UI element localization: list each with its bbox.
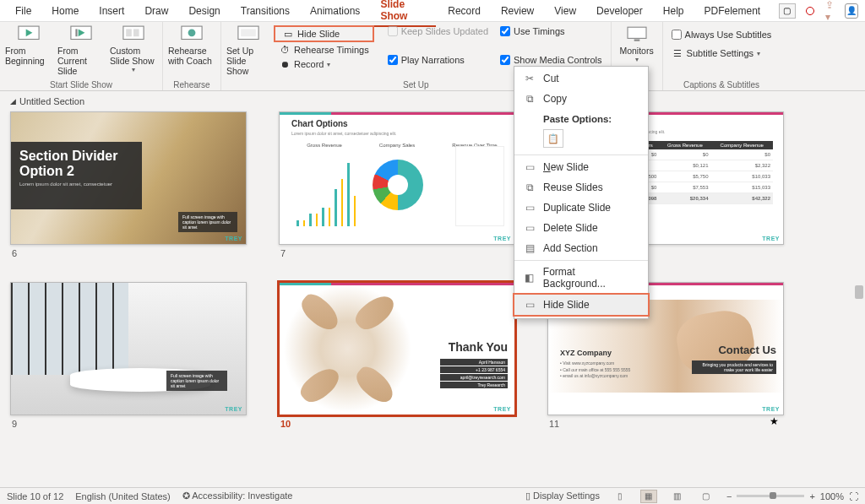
slide9-caption: Full screen image with caption lorem ips… — [166, 371, 227, 391]
section-header[interactable]: ◢ Untitled Section — [0, 91, 865, 111]
setup-icon — [237, 25, 260, 44]
hide-slide-button[interactable]: ▭ Hide Slide — [277, 27, 371, 41]
tab-home[interactable]: Home — [43, 2, 87, 20]
slide-thumb-7[interactable]: Chart Options Lorem ipsum dolor sit amet… — [279, 111, 515, 245]
rehearse-coach-button[interactable]: Rehearse with Coach — [166, 24, 217, 68]
comments-button[interactable]: ▢ — [779, 3, 795, 19]
brand-tag: TREY — [225, 236, 242, 241]
timings-icon: ⏱ — [279, 44, 291, 56]
ctx-copy[interactable]: ⧉Copy — [514, 89, 648, 109]
slide6-subtitle: Lorem ipsum dolor sit amet, consectetuer — [19, 182, 133, 187]
status-slide-counter[interactable]: Slide 10 of 12 — [7, 491, 63, 501]
ctx-format-background[interactable]: ◧Format Background... — [514, 263, 648, 293]
camera-record-button[interactable] — [802, 3, 819, 19]
tab-view[interactable]: View — [546, 2, 585, 20]
custom-slideshow-button[interactable]: Custom Slide Show ▾ — [108, 24, 159, 75]
monitor-icon — [625, 25, 649, 44]
play-from-current-icon — [69, 25, 93, 44]
svg-rect-12 — [628, 27, 646, 38]
show-media-checkbox[interactable]: Show Media Controls — [495, 54, 607, 66]
zoom-in-button[interactable]: + — [809, 491, 814, 501]
slide-number-9: 9 — [10, 415, 247, 432]
ribbon: From Beginning From Current Slide Custom… — [0, 22, 865, 91]
tab-file[interactable]: File — [7, 2, 40, 20]
ctx-paste-options-header: Paste Options: — [514, 109, 648, 126]
slide-number-6: 6 — [10, 245, 247, 262]
status-display-settings[interactable]: ▯ Display Settings — [525, 490, 600, 501]
view-slideshow-button[interactable]: ▢ — [698, 490, 715, 503]
group-label-captions: Captions & Subtitles — [683, 79, 759, 90]
tab-developer[interactable]: Developer — [588, 2, 651, 20]
slide-sorter[interactable]: ◢ Untitled Section Section Divider Optio… — [0, 91, 865, 487]
tab-design[interactable]: Design — [180, 2, 228, 20]
subtitle-settings-button[interactable]: ☰ Subtitle Settings ▾ — [666, 46, 777, 60]
monitors-label: Monitors — [619, 46, 653, 56]
fit-to-window-button[interactable]: ⛶ — [849, 491, 858, 501]
view-sorter-button[interactable]: ▦ — [640, 490, 657, 503]
copy-icon: ⧉ — [523, 92, 536, 106]
tab-insert[interactable]: Insert — [90, 2, 133, 20]
new-slide-icon: ▭ — [523, 160, 536, 174]
slide-thumb-6[interactable]: Section Divider Option 2 Lorem ipsum dol… — [10, 111, 247, 245]
always-subtitles-checkbox[interactable]: Always Use Subtitles — [666, 29, 777, 41]
setup-slideshow-button[interactable]: Set Up Slide Show — [225, 24, 272, 78]
slide-thumb-10[interactable]: Thank You April Hansson +1 23 987 6554 a… — [279, 282, 515, 415]
rehearse-timings-button[interactable]: ⏱ Rehearse Timings — [274, 43, 374, 57]
ctx-paste-option-1[interactable]: 📋 — [543, 129, 563, 148]
view-normal-button[interactable]: ▯ — [612, 490, 628, 503]
custom-slideshow-label: Custom Slide Show — [110, 46, 157, 66]
account-avatar[interactable]: 👤 — [845, 3, 858, 19]
ctx-new-slide[interactable]: ▭New Slide — [514, 157, 648, 177]
tab-draw[interactable]: Draw — [136, 2, 177, 20]
status-language[interactable]: English (United States) — [75, 491, 171, 501]
from-current-button[interactable]: From Current Slide — [56, 24, 106, 78]
zoom-slider[interactable] — [737, 495, 804, 497]
setup-slideshow-label: Set Up Slide Show — [226, 46, 270, 76]
ctx-hide-slide-highlight: ▭Hide Slide — [513, 293, 650, 317]
slide7-table-chart — [455, 146, 504, 226]
tab-record[interactable]: Record — [439, 2, 489, 20]
slide7-donut-chart — [373, 160, 423, 210]
zoom-percent[interactable]: 100% — [820, 491, 844, 501]
ctx-cut[interactable]: ✂Cut — [514, 68, 648, 89]
subtitle-settings-label: Subtitle Settings — [687, 48, 754, 58]
record-button[interactable]: ⏺ Record ▾ — [274, 57, 374, 71]
brand-tag: TREY — [493, 236, 511, 241]
zoom-control[interactable]: − + 100% ⛶ — [726, 491, 858, 501]
slide-thumb-9[interactable]: Full screen image with caption lorem ips… — [10, 282, 247, 415]
ctx-reuse-slides[interactable]: ⧉Reuse Slides — [514, 177, 648, 198]
share-button[interactable]: ⇪ ▾ — [825, 3, 841, 19]
svg-rect-11 — [241, 29, 256, 36]
slide10-contact-block: April Hansson +1 23 987 6554 april@treyr… — [440, 359, 508, 389]
tab-pdfelement[interactable]: PDFelement — [695, 2, 769, 20]
monitors-button[interactable]: Monitors ▾ — [615, 24, 659, 65]
play-narrations-checkbox[interactable]: Play Narrations — [383, 54, 493, 66]
tab-review[interactable]: Review — [492, 2, 542, 20]
brand-tag: TREY — [225, 406, 242, 412]
tab-transitions[interactable]: Transitions — [232, 2, 298, 20]
status-accessibility[interactable]: ✪ Accessibility: Investigate — [182, 490, 293, 501]
ctx-hide-slide[interactable]: ▭Hide Slide — [514, 295, 648, 315]
play-from-start-icon — [17, 25, 41, 44]
view-reading-button[interactable]: ▥ — [669, 490, 686, 503]
from-beginning-button[interactable]: From Beginning — [3, 24, 54, 68]
delete-icon: ▭ — [523, 221, 536, 235]
ctx-delete-slide[interactable]: ▭Delete Slide — [514, 218, 648, 238]
format-bg-icon: ◧ — [523, 271, 536, 285]
tab-help[interactable]: Help — [655, 2, 693, 20]
brand-tag: TREY — [493, 406, 511, 412]
ribbon-tabs: File Home Insert Draw Design Transitions… — [0, 0, 865, 22]
slide10-title: Thank You — [449, 340, 508, 354]
vertical-scrollbar[interactable] — [853, 91, 865, 487]
hide-slide-label: Hide Slide — [297, 29, 340, 39]
slide11-company: XYZ Company — [560, 349, 612, 357]
ctx-add-section[interactable]: ▤Add Section — [514, 238, 648, 258]
duplicate-icon: ▭ — [523, 201, 536, 214]
use-timings-checkbox[interactable]: Use Timings — [495, 25, 607, 37]
brand-tag: TREY — [762, 406, 780, 412]
slide11-tagline: Bringing you products and services to ma… — [692, 360, 776, 374]
slide7-subtitle: Lorem ipsum dolor sit amet, consectetuer… — [291, 131, 397, 136]
ctx-duplicate-slide[interactable]: ▭Duplicate Slide — [514, 198, 648, 218]
tab-animations[interactable]: Animations — [302, 2, 368, 20]
zoom-out-button[interactable]: − — [726, 491, 732, 501]
